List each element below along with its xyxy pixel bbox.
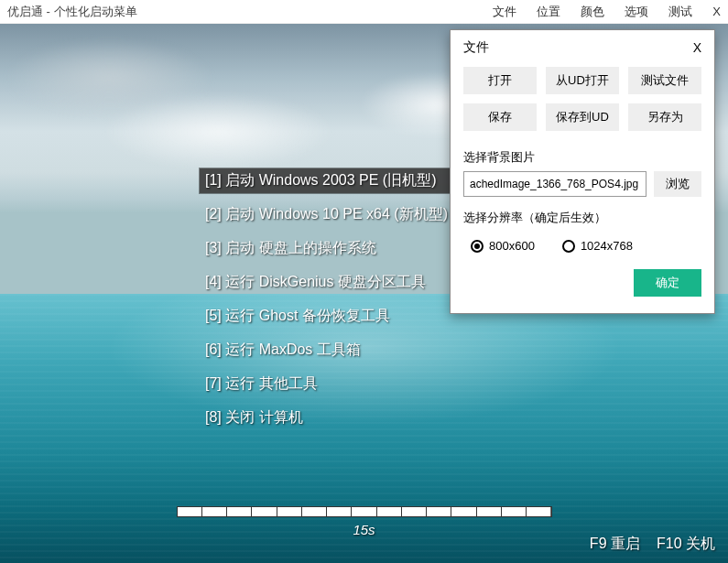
save-button[interactable]: 保存 <box>463 103 537 131</box>
progress-tick <box>377 507 402 516</box>
radio-1024x768[interactable]: 1024x768 <box>562 239 633 253</box>
menu-option[interactable]: 选项 <box>625 4 648 20</box>
progress-tick <box>352 507 376 516</box>
file-panel-title: 文件 X <box>451 30 714 67</box>
progress-tick <box>402 507 427 516</box>
boot-menu-list: [1] 启动 Windows 2003 PE (旧机型) [2] 启动 Wind… <box>200 168 453 430</box>
file-panel-title-label: 文件 <box>463 39 489 56</box>
preview-stage: [1] 启动 Windows 2003 PE (旧机型) [2] 启动 Wind… <box>0 24 728 563</box>
radio-800x600[interactable]: 800x600 <box>471 239 535 253</box>
bg-label: 选择背景图片 <box>451 140 714 171</box>
bg-path-row: 浏览 <box>451 171 714 200</box>
progress-tick <box>477 507 502 516</box>
menu-color[interactable]: 颜色 <box>581 4 604 20</box>
radio-label-1024: 1024x768 <box>581 239 633 253</box>
progress-tick <box>451 507 476 516</box>
test-file-button[interactable]: 测试文件 <box>628 67 701 94</box>
res-label: 选择分辨率（确定后生效） <box>451 200 714 232</box>
progress-tick <box>527 507 550 516</box>
progress-tick <box>427 507 451 516</box>
fn-shutdown: F10 关机 <box>657 535 715 554</box>
file-panel: 文件 X 打开 从UD打开 测试文件 保存 保存到UD 另存为 选择背景图片 浏… <box>450 29 715 314</box>
menu-file[interactable]: 文件 <box>493 4 516 20</box>
radio-icon <box>562 240 575 253</box>
app-title: 优启通 - 个性化启动菜单 <box>7 4 137 20</box>
radio-icon <box>471 240 484 253</box>
boot-item-2[interactable]: [2] 启动 Windows 10 PE x64 (新机型) <box>200 202 453 227</box>
ok-row: 确定 <box>451 260 714 313</box>
progress-tick <box>202 507 227 516</box>
progress-tick <box>178 507 202 516</box>
menu-position[interactable]: 位置 <box>537 4 560 20</box>
countdown-label: 15s <box>353 522 375 537</box>
close-button[interactable]: X <box>712 5 721 18</box>
menu-group: 文件 位置 颜色 选项 测试 X <box>493 4 721 20</box>
file-button-row-1: 打开 从UD打开 测试文件 <box>451 67 714 103</box>
menu-test[interactable]: 测试 <box>668 4 692 20</box>
boot-item-6[interactable]: [6] 运行 MaxDos 工具箱 <box>200 338 453 363</box>
resolution-row: 800x600 1024x768 <box>451 232 714 260</box>
boot-item-3[interactable]: [3] 启动 硬盘上的操作系统 <box>200 236 453 261</box>
bg-path-input[interactable] <box>463 171 647 197</box>
save-ud-button[interactable]: 保存到UD <box>546 103 619 131</box>
save-as-button[interactable]: 另存为 <box>628 103 701 131</box>
boot-item-1[interactable]: [1] 启动 Windows 2003 PE (旧机型) <box>200 168 453 193</box>
browse-button[interactable]: 浏览 <box>654 171 701 197</box>
countdown-progress <box>177 506 552 517</box>
progress-tick <box>502 507 527 516</box>
file-button-row-2: 保存 保存到UD 另存为 <box>451 103 714 140</box>
ok-button[interactable]: 确定 <box>634 269 701 297</box>
boot-item-5[interactable]: [5] 运行 Ghost 备份恢复工具 <box>200 304 453 329</box>
open-button[interactable]: 打开 <box>463 67 537 94</box>
open-ud-button[interactable]: 从UD打开 <box>546 67 619 94</box>
progress-tick <box>252 507 277 516</box>
boot-item-8[interactable]: [8] 关闭 计算机 <box>200 406 453 430</box>
boot-item-4[interactable]: [4] 运行 DiskGenius 硬盘分区工具 <box>200 270 453 295</box>
progress-tick <box>227 507 252 516</box>
menubar: 优启通 - 个性化启动菜单 文件 位置 颜色 选项 测试 X <box>0 0 728 24</box>
fn-restart: F9 重启 <box>590 535 640 554</box>
progress-tick <box>327 507 352 516</box>
radio-label-800: 800x600 <box>489 239 535 253</box>
progress-tick <box>277 507 302 516</box>
boot-item-7[interactable]: [7] 运行 其他工具 <box>200 372 453 396</box>
progress-tick <box>302 507 327 516</box>
fn-keys: F9 重启 F10 关机 <box>590 535 715 554</box>
file-panel-close-icon[interactable]: X <box>693 40 701 55</box>
